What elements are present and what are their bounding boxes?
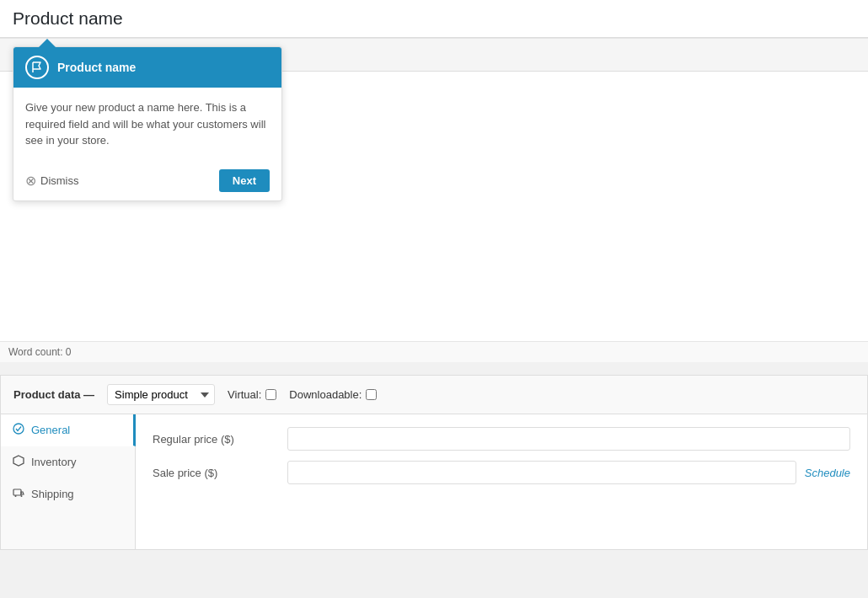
tab-general-label: General [31, 424, 70, 436]
product-data-section: Product data — Simple product Variable p… [0, 375, 868, 550]
product-data-header: Product data — Simple product Variable p… [1, 376, 867, 414]
svg-point-11 [21, 495, 23, 497]
downloadable-checkbox[interactable] [366, 389, 377, 400]
product-title-bar: Product name [0, 0, 868, 38]
regular-price-row: Regular price ($) [153, 427, 850, 451]
tab-inventory[interactable]: Inventory [1, 446, 135, 478]
virtual-label: Virtual: [228, 388, 261, 401]
tooltip-footer: ⊗ Dismiss Next [13, 161, 281, 200]
word-count-label: Word count: [8, 346, 62, 358]
general-icon [13, 423, 24, 437]
sale-price-row: Sale price ($) Schedule [153, 461, 850, 484]
word-count-value: 0 [66, 346, 72, 358]
flag-svg [31, 61, 43, 73]
svg-point-10 [15, 495, 17, 497]
sale-price-input[interactable] [287, 461, 796, 484]
shipping-icon [13, 487, 24, 501]
tooltip-title: Product name [57, 61, 136, 74]
downloadable-checkbox-group: Downloadable: [289, 388, 377, 401]
svg-point-8 [13, 424, 24, 434]
downloadable-label: Downloadable: [289, 388, 362, 401]
dismiss-button[interactable]: ⊗ Dismiss [25, 173, 79, 189]
flag-icon [25, 56, 49, 79]
svg-rect-9 [13, 489, 21, 495]
product-tabs: General Inventory [1, 414, 136, 549]
tooltip-box: Product name Give your new product a nam… [13, 46, 282, 201]
product-title: Product name [13, 8, 123, 28]
tab-general[interactable]: General [1, 414, 136, 446]
word-count-bar: Word count: 0 [0, 341, 868, 362]
product-type-select[interactable]: Simple product Variable product Grouped … [107, 384, 215, 405]
tooltip-arrow [39, 39, 56, 47]
sale-price-label: Sale price ($) [153, 467, 287, 479]
inventory-icon [13, 455, 24, 469]
product-data-title: Product data — [13, 388, 94, 401]
tab-inventory-label: Inventory [31, 456, 76, 468]
virtual-checkbox-group: Virtual: [228, 388, 276, 401]
tab-content-general: Regular price ($) Sale price ($) Schedul… [136, 414, 867, 549]
regular-price-label: Regular price ($) [153, 433, 287, 446]
tooltip-wrapper: Product name Give your new product a nam… [13, 46, 282, 201]
tooltip-header: Product name [13, 47, 281, 88]
schedule-link[interactable]: Schedule [805, 467, 850, 479]
tooltip-text: Give your new product a name here. This … [25, 101, 265, 147]
dismiss-circle-icon: ⊗ [25, 173, 36, 189]
next-button[interactable]: Next [219, 169, 270, 192]
regular-price-input[interactable] [287, 427, 850, 451]
dismiss-label: Dismiss [40, 174, 79, 187]
tab-shipping[interactable]: Shipping [1, 478, 135, 510]
virtual-checkbox[interactable] [265, 389, 276, 400]
tab-shipping-label: Shipping [31, 488, 74, 500]
main-content: Product name Give your new product a nam… [0, 38, 868, 550]
tooltip-body: Give your new product a name here. This … [13, 88, 281, 161]
product-data-body: General Inventory [1, 414, 867, 549]
